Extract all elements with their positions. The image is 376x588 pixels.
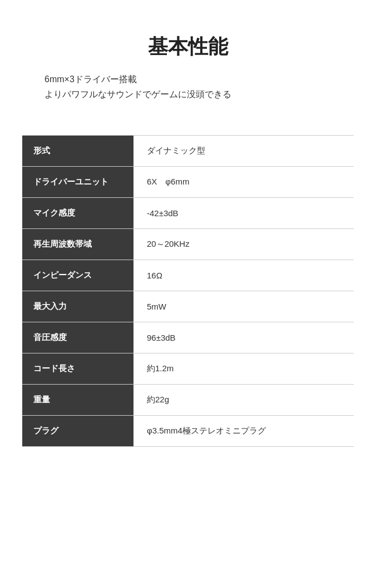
spec-value: 5mW [133, 291, 354, 322]
specs-table: 形式ダイナミック型ドライバーユニット6X φ6mmマイク感度-42±3dB再生周… [22, 135, 354, 447]
subtitle-line1: 6mm×3ドライバー搭載 [44, 72, 354, 87]
spec-label: マイク感度 [22, 198, 133, 229]
page-container: 基本性能 6mm×3ドライバー搭載 よりパワフルなサウンドでゲームに没頭できる … [0, 0, 376, 588]
table-row: プラグφ3.5mm4極ステレオミニプラグ [22, 416, 354, 447]
page-title: 基本性能 [22, 33, 354, 61]
spec-label: 音圧感度 [22, 322, 133, 353]
spec-value: 16Ω [133, 260, 354, 291]
spec-value: 20～20KHz [133, 229, 354, 260]
table-row: 最大入力5mW [22, 291, 354, 322]
spec-label: 重量 [22, 385, 133, 416]
table-row: 音圧感度96±3dB [22, 322, 354, 353]
spec-value: -42±3dB [133, 198, 354, 229]
spec-value: 約22g [133, 385, 354, 416]
spec-value: 96±3dB [133, 322, 354, 353]
spec-label: プラグ [22, 416, 133, 447]
table-row: 再生周波数帯域20～20KHz [22, 229, 354, 260]
spec-value: ダイナミック型 [133, 136, 354, 167]
table-row: ドライバーユニット6X φ6mm [22, 167, 354, 198]
table-row: コード長さ約1.2m [22, 353, 354, 385]
table-row: 形式ダイナミック型 [22, 136, 354, 167]
spec-label: 最大入力 [22, 291, 133, 322]
subtitle-line2: よりパワフルなサウンドでゲームに没頭できる [44, 87, 354, 102]
spec-label: ドライバーユニット [22, 167, 133, 198]
spec-value: φ3.5mm4極ステレオミニプラグ [133, 416, 354, 447]
table-row: 重量約22g [22, 385, 354, 416]
subtitle: 6mm×3ドライバー搭載 よりパワフルなサウンドでゲームに没頭できる [44, 72, 354, 102]
spec-label: インピーダンス [22, 260, 133, 291]
spec-label: コード長さ [22, 353, 133, 385]
spec-label: 形式 [22, 136, 133, 167]
spec-value: 約1.2m [133, 353, 354, 385]
spec-value: 6X φ6mm [133, 167, 354, 198]
table-row: マイク感度-42±3dB [22, 198, 354, 229]
spec-label: 再生周波数帯域 [22, 229, 133, 260]
table-row: インピーダンス16Ω [22, 260, 354, 291]
